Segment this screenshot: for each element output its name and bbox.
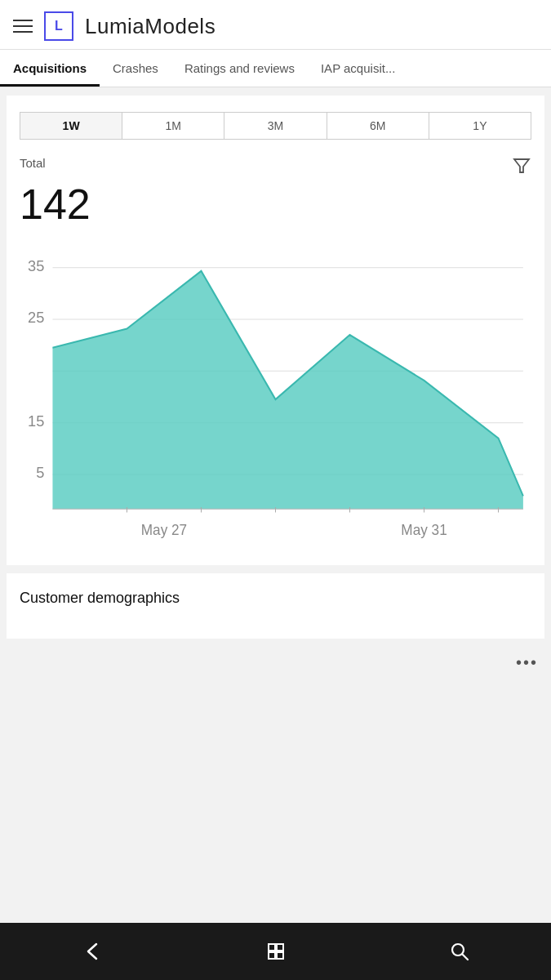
app-title: LumiaModels xyxy=(85,14,216,39)
back-button[interactable] xyxy=(72,931,113,972)
svg-marker-11 xyxy=(52,271,522,509)
header: L LumiaModels xyxy=(0,0,551,50)
time-btn-3m[interactable]: 3M xyxy=(224,113,327,139)
svg-text:5: 5 xyxy=(36,464,44,481)
tab-ratings-reviews[interactable]: Ratings and reviews xyxy=(171,50,308,87)
bottom-bar xyxy=(0,923,551,980)
svg-text:15: 15 xyxy=(28,412,44,430)
demographics-title: Customer demographics xyxy=(20,590,531,607)
chart-card: 1W 1M 3M 6M 1Y Total 142 xyxy=(7,96,544,565)
tab-crashes[interactable]: Crashes xyxy=(100,50,171,87)
hamburger-menu[interactable] xyxy=(13,20,33,33)
time-btn-1m[interactable]: 1M xyxy=(122,113,224,139)
svg-rect-22 xyxy=(277,944,283,951)
time-btn-6m[interactable]: 6M xyxy=(327,113,429,139)
svg-rect-21 xyxy=(269,944,275,951)
filter-icon[interactable] xyxy=(512,156,531,180)
total-label: Total xyxy=(20,156,46,170)
svg-rect-23 xyxy=(269,952,275,959)
total-row: Total xyxy=(20,156,531,180)
svg-text:May 31: May 31 xyxy=(401,522,447,538)
time-period-selector: 1W 1M 3M 6M 1Y xyxy=(20,112,531,140)
main-content: 1W 1M 3M 6M 1Y Total 142 xyxy=(0,87,551,923)
time-btn-1w[interactable]: 1W xyxy=(20,113,122,139)
svg-rect-24 xyxy=(277,952,283,959)
tab-iap[interactable]: IAP acquisit... xyxy=(308,50,408,87)
home-button[interactable] xyxy=(256,931,296,972)
tab-acquisitions[interactable]: Acquisitions xyxy=(0,50,100,87)
more-options-row: ••• xyxy=(0,647,551,679)
svg-line-26 xyxy=(462,955,468,960)
demographics-card: Customer demographics xyxy=(7,573,544,639)
total-value: 142 xyxy=(20,183,531,225)
app-icon: L xyxy=(44,11,73,41)
time-btn-1y[interactable]: 1Y xyxy=(429,113,531,139)
svg-text:25: 25 xyxy=(28,309,44,326)
search-button[interactable] xyxy=(439,931,480,972)
svg-text:35: 35 xyxy=(28,257,44,274)
svg-marker-0 xyxy=(514,159,529,172)
more-options-button[interactable]: ••• xyxy=(516,653,538,672)
svg-text:May 27: May 27 xyxy=(141,522,187,538)
nav-tabs: Acquisitions Crashes Ratings and reviews… xyxy=(0,50,551,87)
chart-area: 35 25 15 5 May 27 May xyxy=(20,242,531,552)
